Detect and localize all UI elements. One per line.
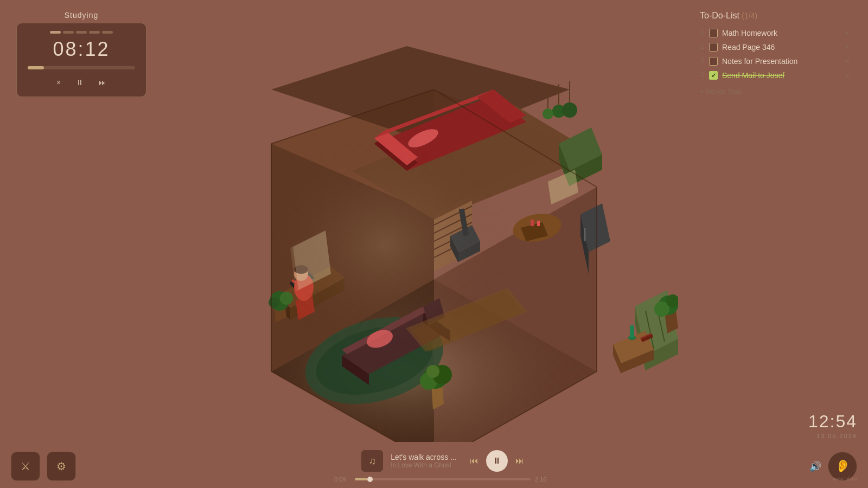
- settings-button[interactable]: ⚙: [47, 452, 76, 481]
- playback-controls: ⏮ ⏸ ⏭: [470, 450, 524, 472]
- svg-point-88: [426, 365, 439, 378]
- track-info: Let's walk across ... In Love With a Gho…: [391, 453, 457, 469]
- progress-bar[interactable]: [355, 478, 531, 480]
- ear-icon: 👂: [835, 459, 850, 473]
- track-artist: In Love With a Ghost: [391, 461, 457, 469]
- svg-point-49: [542, 108, 553, 119]
- clock-time: 12:54: [808, 412, 857, 432]
- track-title: Let's walk across ...: [391, 453, 457, 461]
- player-left-buttons: ⚔ ⚙: [11, 452, 76, 481]
- player-track-row: ♫ Let's walk across ... In Love With a G…: [361, 450, 524, 472]
- music-player: ⚔ ⚙ ♫ Let's walk across ... In Love With…: [0, 445, 868, 488]
- svg-rect-75: [630, 325, 634, 338]
- volume-button[interactable]: 🔊: [809, 460, 821, 472]
- track-icon: ♫: [361, 450, 383, 472]
- player-center: ♫ Let's walk across ... In Love With a G…: [87, 450, 799, 483]
- watermark: www.lofi.co: [833, 476, 857, 481]
- progress-fill: [355, 478, 367, 480]
- clock-widget: 12:54 13.05.2024: [808, 412, 857, 439]
- time-total: 2:16: [535, 476, 551, 483]
- music-note-icon: ♫: [368, 455, 376, 467]
- sword-icon: ⚔: [21, 460, 30, 473]
- player-progress[interactable]: 0:09 2:16: [334, 476, 551, 483]
- gear-icon: ⚙: [56, 460, 66, 473]
- sword-button[interactable]: ⚔: [11, 452, 40, 481]
- svg-point-51: [562, 102, 577, 118]
- time-current: 0:09: [334, 476, 350, 483]
- progress-dot: [367, 477, 373, 482]
- rewind-button[interactable]: ⏮: [470, 456, 478, 466]
- fast-forward-button[interactable]: ⏭: [515, 456, 524, 466]
- pause-button[interactable]: ⏸: [486, 450, 508, 472]
- clock-date: 13.05.2024: [808, 433, 857, 439]
- scene-container: [0, 0, 868, 488]
- game-scene: [190, 35, 678, 442]
